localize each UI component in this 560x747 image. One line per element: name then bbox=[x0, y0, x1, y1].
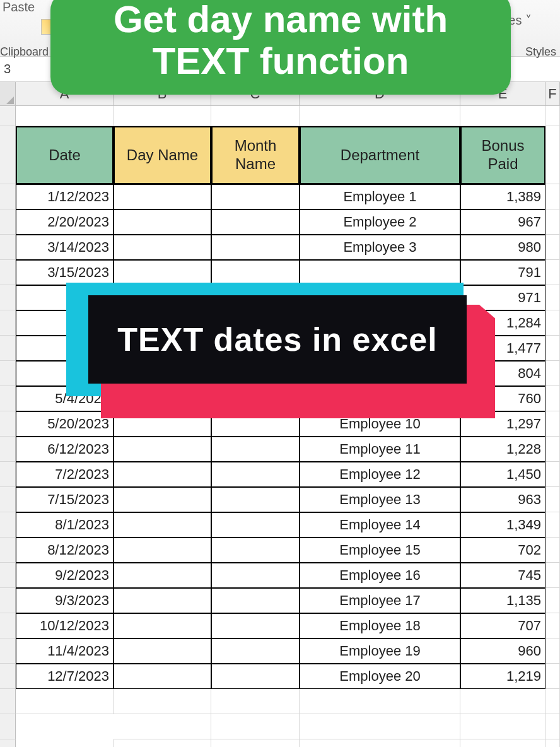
row-header[interactable] bbox=[0, 411, 16, 437]
row-header[interactable] bbox=[0, 487, 16, 512]
cell[interactable] bbox=[545, 184, 560, 209]
cell-department[interactable]: Employee 12 bbox=[300, 462, 460, 487]
cell[interactable] bbox=[114, 739, 211, 747]
cell[interactable] bbox=[545, 664, 560, 689]
cell[interactable] bbox=[16, 714, 114, 739]
cell-date[interactable]: 5/20/2023 bbox=[16, 411, 114, 437]
cell[interactable] bbox=[545, 689, 560, 714]
cell[interactable] bbox=[16, 689, 114, 714]
cell-date[interactable]: 11/4/2023 bbox=[16, 638, 114, 664]
cell-monthname[interactable] bbox=[211, 588, 300, 613]
cell[interactable] bbox=[545, 310, 560, 336]
cell[interactable] bbox=[545, 462, 560, 487]
cell[interactable] bbox=[545, 411, 560, 437]
cell[interactable] bbox=[300, 739, 460, 747]
cell-department[interactable]: Employee 3 bbox=[300, 235, 460, 260]
select-all-button[interactable] bbox=[0, 82, 16, 106]
cell[interactable] bbox=[545, 361, 560, 386]
cell-department[interactable]: Employee 20 bbox=[300, 664, 460, 689]
cell[interactable] bbox=[114, 714, 211, 739]
row-header[interactable] bbox=[0, 361, 16, 386]
row-header[interactable] bbox=[0, 235, 16, 260]
table-header-department[interactable]: Department bbox=[300, 126, 460, 184]
row-header[interactable] bbox=[0, 613, 16, 638]
cell[interactable] bbox=[211, 689, 300, 714]
cell[interactable] bbox=[211, 106, 300, 126]
cell-bonus[interactable]: 707 bbox=[460, 613, 545, 638]
row-header[interactable] bbox=[0, 588, 16, 613]
cell-bonus[interactable]: 1,219 bbox=[460, 664, 545, 689]
cell[interactable] bbox=[545, 126, 560, 184]
cell-department[interactable]: Employee 17 bbox=[300, 588, 460, 613]
cell-dayname[interactable] bbox=[114, 437, 211, 462]
cell[interactable] bbox=[545, 437, 560, 462]
cell-department[interactable]: Employee 16 bbox=[300, 563, 460, 588]
cell-dayname[interactable] bbox=[114, 487, 211, 512]
cell[interactable] bbox=[545, 336, 560, 361]
col-header-F[interactable]: F bbox=[545, 82, 560, 106]
cell-date[interactable]: 7/2/2023 bbox=[16, 462, 114, 487]
cell-date[interactable]: 6/12/2023 bbox=[16, 437, 114, 462]
cell-monthname[interactable] bbox=[211, 487, 300, 512]
row-header[interactable] bbox=[0, 310, 16, 336]
table-header-bonus[interactable]: Bonus Paid bbox=[460, 126, 545, 184]
cell-bonus[interactable]: 1,135 bbox=[460, 588, 545, 613]
row-header[interactable] bbox=[0, 512, 16, 538]
cell[interactable] bbox=[545, 739, 560, 747]
row-header[interactable] bbox=[0, 386, 16, 411]
cell-dayname[interactable] bbox=[114, 260, 211, 285]
cell[interactable] bbox=[460, 689, 545, 714]
cell[interactable] bbox=[545, 538, 560, 563]
cell[interactable] bbox=[545, 260, 560, 285]
cell[interactable] bbox=[545, 106, 560, 126]
cell-monthname[interactable] bbox=[211, 209, 300, 235]
cell[interactable] bbox=[460, 106, 545, 126]
cell[interactable] bbox=[16, 739, 114, 747]
cell-date[interactable]: 3/15/2023 bbox=[16, 260, 114, 285]
cell[interactable] bbox=[211, 739, 300, 747]
row-header[interactable] bbox=[0, 664, 16, 689]
cell-date[interactable]: 10/12/2023 bbox=[16, 613, 114, 638]
cell-dayname[interactable] bbox=[114, 209, 211, 235]
cell[interactable] bbox=[114, 106, 211, 126]
cell-bonus[interactable]: 1,389 bbox=[460, 184, 545, 209]
cell-monthname[interactable] bbox=[211, 563, 300, 588]
cell-date[interactable]: 1/12/2023 bbox=[16, 184, 114, 209]
cell[interactable] bbox=[300, 689, 460, 714]
cell[interactable] bbox=[545, 588, 560, 613]
cell[interactable] bbox=[300, 106, 460, 126]
cell-department[interactable]: Employee 11 bbox=[300, 437, 460, 462]
cell-date[interactable]: 9/2/2023 bbox=[16, 563, 114, 588]
cell-department[interactable]: Employee 14 bbox=[300, 512, 460, 538]
cell-department[interactable]: Employee 13 bbox=[300, 487, 460, 512]
cell-dayname[interactable] bbox=[114, 462, 211, 487]
cell-bonus[interactable]: 1,349 bbox=[460, 512, 545, 538]
cell[interactable] bbox=[114, 689, 211, 714]
cell[interactable] bbox=[545, 209, 560, 235]
cell[interactable] bbox=[545, 285, 560, 310]
cell-date[interactable]: 8/12/2023 bbox=[16, 538, 114, 563]
cell-monthname[interactable] bbox=[211, 260, 300, 285]
row-header[interactable] bbox=[0, 563, 16, 588]
cell-bonus[interactable]: 1,450 bbox=[460, 462, 545, 487]
cell-monthname[interactable] bbox=[211, 613, 300, 638]
cell-dayname[interactable] bbox=[114, 184, 211, 209]
cell-bonus[interactable]: 1,228 bbox=[460, 437, 545, 462]
cell-dayname[interactable] bbox=[114, 588, 211, 613]
row-header[interactable] bbox=[0, 209, 16, 235]
cell[interactable] bbox=[545, 638, 560, 664]
cell[interactable] bbox=[545, 563, 560, 588]
table-header-dayname[interactable]: Day Name bbox=[114, 126, 211, 184]
cell[interactable] bbox=[545, 613, 560, 638]
cell-monthname[interactable] bbox=[211, 638, 300, 664]
cell-monthname[interactable] bbox=[211, 462, 300, 487]
row-header[interactable] bbox=[0, 714, 16, 739]
row-header[interactable] bbox=[0, 538, 16, 563]
cell-bonus[interactable]: 980 bbox=[460, 235, 545, 260]
cell-date[interactable]: 2/20/2023 bbox=[16, 209, 114, 235]
cell-bonus[interactable]: 702 bbox=[460, 538, 545, 563]
cell[interactable] bbox=[460, 739, 545, 747]
cell-monthname[interactable] bbox=[211, 184, 300, 209]
cell-dayname[interactable] bbox=[114, 538, 211, 563]
row-header[interactable] bbox=[0, 739, 16, 747]
